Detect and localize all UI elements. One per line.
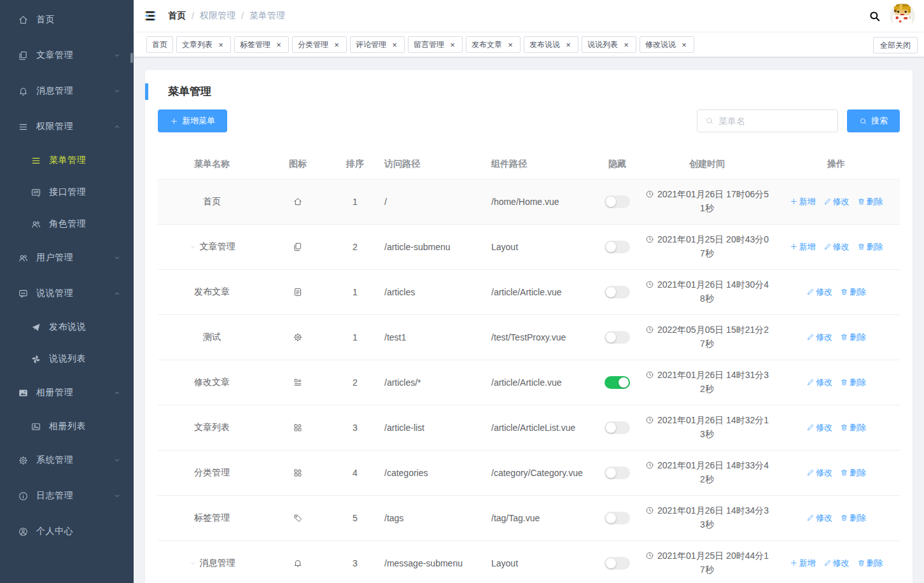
sidebar-item-label: 日志管理 xyxy=(36,490,73,502)
tab-首页[interactable]: 首页 xyxy=(146,36,173,53)
删除-action-link[interactable]: 删除 xyxy=(840,377,866,388)
sidebar-item-系统管理[interactable]: 系统管理 xyxy=(0,442,134,478)
tab-留言管理[interactable]: 留言管理× xyxy=(408,36,463,53)
hidden-toggle[interactable] xyxy=(605,512,630,524)
删除-action-link[interactable]: 删除 xyxy=(857,558,883,569)
tab-close-icon[interactable]: × xyxy=(564,40,573,49)
users-icon xyxy=(31,219,41,230)
path-cell: /article-list xyxy=(381,423,487,433)
sidebar-scrollbar[interactable] xyxy=(130,53,133,63)
sidebar-item-说说列表[interactable]: 说说列表 xyxy=(0,343,134,375)
sidebar-item-label: 说说列表 xyxy=(49,353,86,365)
created-cell: 2021年01月26日 14时33分42秒 xyxy=(640,459,774,486)
actions-cell: 修改删除 xyxy=(774,512,899,524)
sidebar: 首页文章管理消息管理权限管理菜单管理API接口管理角色管理用户管理说说管理发布说… xyxy=(0,0,134,583)
新增-action-link[interactable]: 新增 xyxy=(790,196,816,207)
tab-close-icon[interactable]: × xyxy=(332,40,341,49)
search-button[interactable]: 搜索 xyxy=(847,109,900,132)
删除-action-link[interactable]: 删除 xyxy=(857,241,883,253)
path-cell: /test1 xyxy=(381,332,487,342)
sidebar-item-个人中心[interactable]: 个人中心 xyxy=(0,514,134,549)
action-label: 修改 xyxy=(833,558,850,569)
tab-文章列表[interactable]: 文章列表× xyxy=(176,36,231,53)
修改-action-link[interactable]: 修改 xyxy=(806,512,832,524)
tab-label: 分类管理 xyxy=(298,39,328,50)
sidebar-item-角色管理[interactable]: 角色管理 xyxy=(0,208,134,240)
tab-close-icon[interactable]: × xyxy=(506,40,515,49)
edit-icon xyxy=(806,468,815,477)
row-expand-icon[interactable] xyxy=(189,243,197,251)
tab-label: 文章列表 xyxy=(182,39,213,50)
修改-action-link[interactable]: 修改 xyxy=(823,558,850,569)
删除-action-link[interactable]: 删除 xyxy=(840,512,866,524)
tab-close-icon[interactable]: × xyxy=(274,40,283,49)
sidebar-item-相册管理[interactable]: 相册管理 xyxy=(0,375,134,411)
sidebar-item-说说管理[interactable]: 说说管理 xyxy=(0,276,134,311)
sidebar-item-首页[interactable]: 首页 xyxy=(0,2,134,38)
修改-action-link[interactable]: 修改 xyxy=(806,377,832,388)
hidden-toggle[interactable] xyxy=(605,331,630,344)
edit-icon xyxy=(806,423,815,432)
action-label: 修改 xyxy=(816,467,832,479)
删除-action-link[interactable]: 删除 xyxy=(840,422,866,433)
sidebar-item-相册列表[interactable]: 相册列表 xyxy=(0,411,134,442)
hidden-toggle[interactable] xyxy=(605,467,630,479)
修改-action-link[interactable]: 修改 xyxy=(823,241,850,253)
tab-close-icon[interactable]: × xyxy=(622,40,631,49)
hidden-toggle[interactable] xyxy=(605,557,630,570)
created-time-text: 2021年01月26日 17时06分51秒 xyxy=(657,189,769,213)
sidebar-item-日志管理[interactable]: 日志管理 xyxy=(0,478,134,514)
sidebar-item-label: 发布说说 xyxy=(49,321,86,333)
sidebar-item-菜单管理[interactable]: 菜单管理 xyxy=(0,144,134,176)
hidden-toggle[interactable] xyxy=(605,421,630,434)
tab-发布说说[interactable]: 发布说说× xyxy=(524,36,578,53)
hidden-toggle[interactable] xyxy=(605,195,630,208)
add-menu-button[interactable]: 新增菜单 xyxy=(158,109,227,132)
修改-action-link[interactable]: 修改 xyxy=(806,422,832,433)
tab-close-icon[interactable]: × xyxy=(448,40,457,49)
sidebar-item-发布说说[interactable]: 发布说说 xyxy=(0,311,134,343)
created-time-text: 2021年01月26日 14时34分33秒 xyxy=(657,505,769,530)
tab-说说列表[interactable]: 说说列表× xyxy=(582,36,636,53)
sidebar-fold-icon[interactable] xyxy=(143,10,157,22)
tab-分类管理[interactable]: 分类管理× xyxy=(292,36,347,53)
action-label: 新增 xyxy=(799,196,816,207)
close-all-tabs-button[interactable]: 全部关闭 xyxy=(873,37,918,53)
hidden-cell xyxy=(594,376,640,389)
sidebar-item-文章管理[interactable]: 文章管理 xyxy=(0,38,134,73)
sort-cell: 3 xyxy=(330,558,381,568)
hidden-toggle[interactable] xyxy=(605,241,630,253)
tab-评论管理[interactable]: 评论管理× xyxy=(350,36,405,53)
删除-action-link[interactable]: 删除 xyxy=(840,286,866,298)
sidebar-item-消息管理[interactable]: 消息管理 xyxy=(0,73,134,109)
breadcrumb-home[interactable]: 首页 xyxy=(168,10,186,22)
删除-action-link[interactable]: 删除 xyxy=(857,196,883,207)
user-avatar[interactable] xyxy=(890,3,915,29)
column-header: 菜单名称 xyxy=(158,158,266,170)
action-label: 修改 xyxy=(833,241,850,253)
sidebar-item-权限管理[interactable]: 权限管理 xyxy=(0,109,134,144)
删除-action-link[interactable]: 删除 xyxy=(840,467,866,479)
修改-action-link[interactable]: 修改 xyxy=(806,332,832,343)
actions-cell: 修改删除 xyxy=(774,422,899,434)
header-search-icon[interactable] xyxy=(869,10,881,22)
sidebar-item-用户管理[interactable]: 用户管理 xyxy=(0,240,134,276)
tab-发布文章[interactable]: 发布文章× xyxy=(466,36,521,53)
tab-修改说说[interactable]: 修改说说× xyxy=(640,36,694,53)
新增-action-link[interactable]: 新增 xyxy=(790,241,816,253)
menu-icon-cell xyxy=(266,468,330,478)
hidden-toggle[interactable] xyxy=(605,376,630,389)
hidden-toggle[interactable] xyxy=(605,286,630,299)
tab-标签管理[interactable]: 标签管理× xyxy=(234,36,289,53)
tab-close-icon[interactable]: × xyxy=(216,40,225,49)
删除-action-link[interactable]: 删除 xyxy=(840,332,866,343)
menu-name-search-input[interactable] xyxy=(718,116,834,126)
新增-action-link[interactable]: 新增 xyxy=(790,558,816,569)
tab-close-icon[interactable]: × xyxy=(680,40,689,49)
sidebar-item-接口管理[interactable]: API接口管理 xyxy=(0,176,134,208)
修改-action-link[interactable]: 修改 xyxy=(823,196,850,207)
row-expand-icon[interactable] xyxy=(189,559,197,567)
修改-action-link[interactable]: 修改 xyxy=(806,467,832,479)
修改-action-link[interactable]: 修改 xyxy=(806,286,832,298)
tab-close-icon[interactable]: × xyxy=(390,40,399,49)
